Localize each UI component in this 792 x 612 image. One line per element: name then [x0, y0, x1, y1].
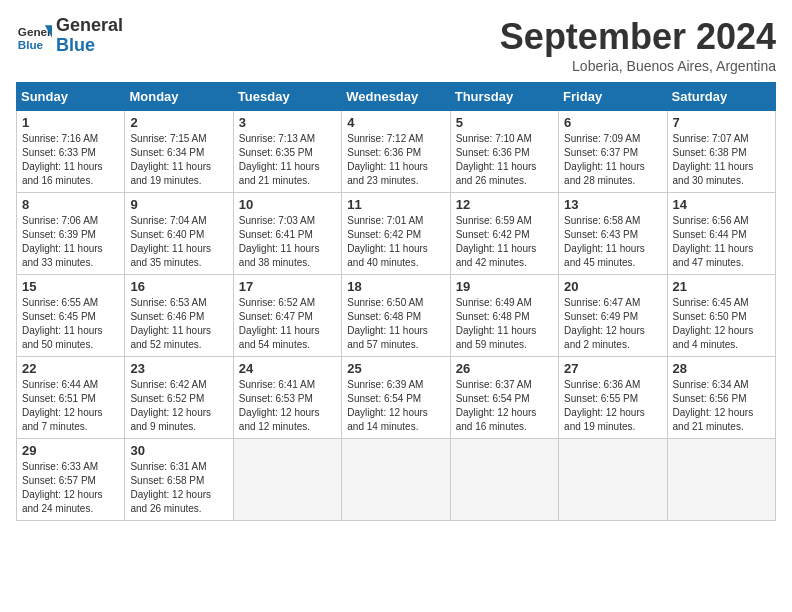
calendar-header-row: Sunday Monday Tuesday Wednesday Thursday…: [17, 83, 776, 111]
cell-info: Sunrise: 6:39 AMSunset: 6:54 PMDaylight:…: [347, 379, 428, 432]
table-row: 15Sunrise: 6:55 AMSunset: 6:45 PMDayligh…: [17, 275, 125, 357]
day-number: 30: [130, 443, 227, 458]
cell-info: Sunrise: 6:41 AMSunset: 6:53 PMDaylight:…: [239, 379, 320, 432]
col-friday: Friday: [559, 83, 667, 111]
calendar-week-row: 1Sunrise: 7:16 AMSunset: 6:33 PMDaylight…: [17, 111, 776, 193]
table-row: 21Sunrise: 6:45 AMSunset: 6:50 PMDayligh…: [667, 275, 775, 357]
cell-info: Sunrise: 6:55 AMSunset: 6:45 PMDaylight:…: [22, 297, 103, 350]
cell-info: Sunrise: 6:50 AMSunset: 6:48 PMDaylight:…: [347, 297, 428, 350]
col-wednesday: Wednesday: [342, 83, 450, 111]
day-number: 26: [456, 361, 553, 376]
cell-info: Sunrise: 6:47 AMSunset: 6:49 PMDaylight:…: [564, 297, 645, 350]
table-row: 27Sunrise: 6:36 AMSunset: 6:55 PMDayligh…: [559, 357, 667, 439]
calendar-table: Sunday Monday Tuesday Wednesday Thursday…: [16, 82, 776, 521]
cell-info: Sunrise: 6:31 AMSunset: 6:58 PMDaylight:…: [130, 461, 211, 514]
cell-info: Sunrise: 6:45 AMSunset: 6:50 PMDaylight:…: [673, 297, 754, 350]
cell-info: Sunrise: 6:33 AMSunset: 6:57 PMDaylight:…: [22, 461, 103, 514]
table-row: 25Sunrise: 6:39 AMSunset: 6:54 PMDayligh…: [342, 357, 450, 439]
col-saturday: Saturday: [667, 83, 775, 111]
logo-blue-text: Blue: [56, 36, 123, 56]
cell-info: Sunrise: 7:09 AMSunset: 6:37 PMDaylight:…: [564, 133, 645, 186]
day-number: 15: [22, 279, 119, 294]
table-row: 29Sunrise: 6:33 AMSunset: 6:57 PMDayligh…: [17, 439, 125, 521]
cell-info: Sunrise: 6:49 AMSunset: 6:48 PMDaylight:…: [456, 297, 537, 350]
table-row: [559, 439, 667, 521]
day-number: 3: [239, 115, 336, 130]
day-number: 2: [130, 115, 227, 130]
col-monday: Monday: [125, 83, 233, 111]
table-row: [233, 439, 341, 521]
table-row: 13Sunrise: 6:58 AMSunset: 6:43 PMDayligh…: [559, 193, 667, 275]
day-number: 12: [456, 197, 553, 212]
day-number: 24: [239, 361, 336, 376]
cell-info: Sunrise: 7:12 AMSunset: 6:36 PMDaylight:…: [347, 133, 428, 186]
table-row: 30Sunrise: 6:31 AMSunset: 6:58 PMDayligh…: [125, 439, 233, 521]
day-number: 6: [564, 115, 661, 130]
table-row: 4Sunrise: 7:12 AMSunset: 6:36 PMDaylight…: [342, 111, 450, 193]
location-text: Loberia, Buenos Aires, Argentina: [500, 58, 776, 74]
day-number: 22: [22, 361, 119, 376]
table-row: 8Sunrise: 7:06 AMSunset: 6:39 PMDaylight…: [17, 193, 125, 275]
table-row: 19Sunrise: 6:49 AMSunset: 6:48 PMDayligh…: [450, 275, 558, 357]
svg-text:Blue: Blue: [18, 37, 44, 50]
cell-info: Sunrise: 7:03 AMSunset: 6:41 PMDaylight:…: [239, 215, 320, 268]
logo: General Blue General Blue: [16, 16, 123, 56]
cell-info: Sunrise: 7:10 AMSunset: 6:36 PMDaylight:…: [456, 133, 537, 186]
day-number: 10: [239, 197, 336, 212]
cell-info: Sunrise: 6:44 AMSunset: 6:51 PMDaylight:…: [22, 379, 103, 432]
cell-info: Sunrise: 7:07 AMSunset: 6:38 PMDaylight:…: [673, 133, 754, 186]
table-row: 23Sunrise: 6:42 AMSunset: 6:52 PMDayligh…: [125, 357, 233, 439]
cell-info: Sunrise: 6:36 AMSunset: 6:55 PMDaylight:…: [564, 379, 645, 432]
logo-general-text: General: [56, 16, 123, 36]
table-row: 20Sunrise: 6:47 AMSunset: 6:49 PMDayligh…: [559, 275, 667, 357]
table-row: 3Sunrise: 7:13 AMSunset: 6:35 PMDaylight…: [233, 111, 341, 193]
calendar-week-row: 8Sunrise: 7:06 AMSunset: 6:39 PMDaylight…: [17, 193, 776, 275]
table-row: 24Sunrise: 6:41 AMSunset: 6:53 PMDayligh…: [233, 357, 341, 439]
table-row: 17Sunrise: 6:52 AMSunset: 6:47 PMDayligh…: [233, 275, 341, 357]
cell-info: Sunrise: 6:56 AMSunset: 6:44 PMDaylight:…: [673, 215, 754, 268]
day-number: 29: [22, 443, 119, 458]
day-number: 5: [456, 115, 553, 130]
table-row: 12Sunrise: 6:59 AMSunset: 6:42 PMDayligh…: [450, 193, 558, 275]
table-row: 18Sunrise: 6:50 AMSunset: 6:48 PMDayligh…: [342, 275, 450, 357]
calendar-week-row: 29Sunrise: 6:33 AMSunset: 6:57 PMDayligh…: [17, 439, 776, 521]
cell-info: Sunrise: 7:06 AMSunset: 6:39 PMDaylight:…: [22, 215, 103, 268]
table-row: 11Sunrise: 7:01 AMSunset: 6:42 PMDayligh…: [342, 193, 450, 275]
cell-info: Sunrise: 6:42 AMSunset: 6:52 PMDaylight:…: [130, 379, 211, 432]
table-row: 2Sunrise: 7:15 AMSunset: 6:34 PMDaylight…: [125, 111, 233, 193]
table-row: 7Sunrise: 7:07 AMSunset: 6:38 PMDaylight…: [667, 111, 775, 193]
day-number: 20: [564, 279, 661, 294]
cell-info: Sunrise: 6:34 AMSunset: 6:56 PMDaylight:…: [673, 379, 754, 432]
day-number: 11: [347, 197, 444, 212]
cell-info: Sunrise: 6:53 AMSunset: 6:46 PMDaylight:…: [130, 297, 211, 350]
day-number: 25: [347, 361, 444, 376]
table-row: 10Sunrise: 7:03 AMSunset: 6:41 PMDayligh…: [233, 193, 341, 275]
cell-info: Sunrise: 7:15 AMSunset: 6:34 PMDaylight:…: [130, 133, 211, 186]
page-header: General Blue General Blue September 2024…: [16, 16, 776, 74]
col-tuesday: Tuesday: [233, 83, 341, 111]
cell-info: Sunrise: 6:59 AMSunset: 6:42 PMDaylight:…: [456, 215, 537, 268]
table-row: 16Sunrise: 6:53 AMSunset: 6:46 PMDayligh…: [125, 275, 233, 357]
col-sunday: Sunday: [17, 83, 125, 111]
cell-info: Sunrise: 6:58 AMSunset: 6:43 PMDaylight:…: [564, 215, 645, 268]
day-number: 17: [239, 279, 336, 294]
cell-info: Sunrise: 7:01 AMSunset: 6:42 PMDaylight:…: [347, 215, 428, 268]
day-number: 14: [673, 197, 770, 212]
cell-info: Sunrise: 7:13 AMSunset: 6:35 PMDaylight:…: [239, 133, 320, 186]
day-number: 4: [347, 115, 444, 130]
day-number: 23: [130, 361, 227, 376]
table-row: [667, 439, 775, 521]
cell-info: Sunrise: 7:16 AMSunset: 6:33 PMDaylight:…: [22, 133, 103, 186]
table-row: 22Sunrise: 6:44 AMSunset: 6:51 PMDayligh…: [17, 357, 125, 439]
table-row: 28Sunrise: 6:34 AMSunset: 6:56 PMDayligh…: [667, 357, 775, 439]
table-row: 1Sunrise: 7:16 AMSunset: 6:33 PMDaylight…: [17, 111, 125, 193]
day-number: 19: [456, 279, 553, 294]
table-row: 5Sunrise: 7:10 AMSunset: 6:36 PMDaylight…: [450, 111, 558, 193]
day-number: 21: [673, 279, 770, 294]
title-block: September 2024 Loberia, Buenos Aires, Ar…: [500, 16, 776, 74]
day-number: 16: [130, 279, 227, 294]
table-row: 9Sunrise: 7:04 AMSunset: 6:40 PMDaylight…: [125, 193, 233, 275]
day-number: 8: [22, 197, 119, 212]
cell-info: Sunrise: 6:37 AMSunset: 6:54 PMDaylight:…: [456, 379, 537, 432]
day-number: 27: [564, 361, 661, 376]
